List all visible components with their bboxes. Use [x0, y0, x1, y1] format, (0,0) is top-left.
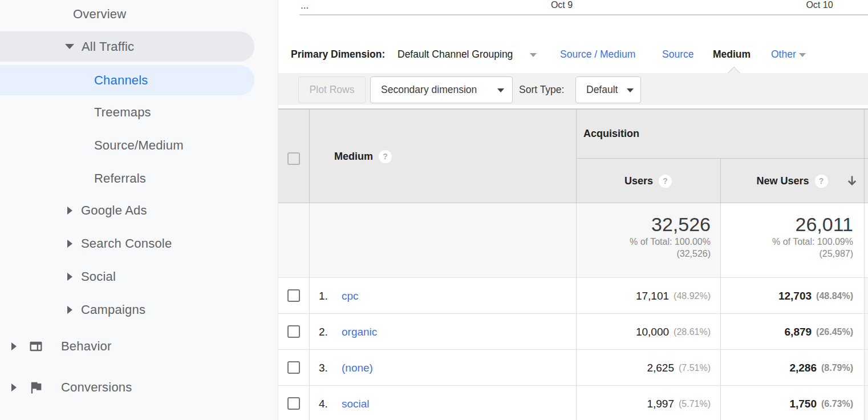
new-users-value: 1,750	[789, 398, 817, 410]
chevron-right-icon	[67, 207, 72, 215]
next-column-sliver	[864, 314, 868, 350]
users-percent: (5.71%)	[679, 399, 711, 409]
row-checkbox[interactable]	[287, 325, 300, 338]
new-users-cell: 1,750 (6.73%)	[720, 386, 864, 420]
sidebar-item-label: Behavior	[61, 339, 111, 354]
tab-other[interactable]: Other	[771, 49, 796, 60]
sort-type-dropdown[interactable]: Default	[575, 76, 641, 103]
users-total-value: 32,526	[576, 213, 711, 236]
sidebar-item-overview[interactable]: Overview	[0, 0, 254, 29]
analytics-screen: Overview All Traffic Channels Treemaps S…	[0, 0, 868, 420]
new-users-percent: (26.45%)	[816, 327, 853, 337]
table-row: 2. organic 10,000 (28.61%) 6,879 (26.45%…	[278, 313, 868, 349]
medium-link[interactable]: organic	[342, 326, 377, 338]
row-number: 2.	[319, 326, 334, 338]
plot-rows-button[interactable]: Plot Rows	[298, 76, 366, 103]
tab-source[interactable]: Source	[662, 49, 693, 60]
sidebar-item-all-traffic[interactable]: All Traffic	[0, 31, 254, 62]
users-percent: (7.51%)	[679, 363, 711, 373]
new-users-total-cell: 26,011 % of Total: 100.09% (25,987)	[720, 203, 864, 277]
users-value: 1,997	[647, 398, 674, 410]
tab-source-medium[interactable]: Source / Medium	[560, 49, 635, 60]
sidebar-item-label: Channels	[94, 73, 148, 88]
new-users-value: 12,703	[778, 290, 812, 302]
sidebar-item-label: Campaigns	[81, 302, 145, 317]
next-column-sliver	[864, 386, 868, 420]
sidebar-item-label: Search Console	[81, 236, 172, 251]
help-icon[interactable]: ?	[379, 150, 392, 163]
users-cell: 1,997 (5.71%)	[576, 386, 720, 420]
dimension-caret-icon[interactable]	[530, 53, 537, 57]
medium-link[interactable]: social	[342, 398, 370, 410]
acquisition-group-header: Acquisition	[583, 128, 639, 140]
axis-tick-oct-10: Oct 10	[801, 0, 838, 10]
row-checkbox[interactable]	[287, 397, 300, 410]
users-value: 17,101	[636, 290, 669, 302]
medium-column-header[interactable]: Medium	[334, 151, 373, 163]
medium-link[interactable]: cpc	[342, 290, 359, 302]
users-cell: 2,625 (7.51%)	[576, 350, 720, 386]
sidebar-item-label: Google Ads	[81, 203, 147, 218]
users-total-abs: (32,526)	[576, 248, 711, 260]
tab-medium-active[interactable]: Medium	[713, 49, 751, 60]
next-column-sliver	[864, 350, 868, 386]
new-users-column-header[interactable]: New Users	[756, 175, 809, 187]
new-users-value: 2,286	[789, 362, 817, 374]
help-icon[interactable]: ?	[815, 175, 828, 188]
users-value: 2,625	[647, 362, 674, 374]
sidebar-item-behavior[interactable]: Behavior	[0, 332, 254, 361]
sidebar-item-label: All Traffic	[82, 39, 134, 54]
dropdown-caret-icon	[497, 88, 504, 92]
select-all-checkbox[interactable]	[287, 152, 300, 165]
sidebar-item-social[interactable]: Social	[0, 262, 254, 292]
sidebar-item-google-ads[interactable]: Google Ads	[0, 196, 254, 225]
users-total-pct: % of Total: 100.00%	[576, 236, 711, 248]
sidebar-item-campaigns[interactable]: Campaigns	[0, 295, 254, 325]
sidebar-item-label: Referrals	[94, 171, 146, 186]
new-users-cell: 2,286 (8.79%)	[720, 350, 864, 386]
sort-descending-icon[interactable]	[845, 173, 859, 191]
table-header: Medium ? Acquisition Users ? New Users ?	[278, 110, 868, 203]
sidebar-item-source-medium[interactable]: Source/Medium	[0, 131, 254, 160]
users-total-cell: 32,526 % of Total: 100.00% (32,526)	[576, 203, 720, 277]
chevron-right-icon	[67, 240, 72, 248]
users-cell: 17,101 (48.92%)	[576, 278, 720, 314]
row-checkbox[interactable]	[287, 361, 300, 374]
new-users-percent: (48.84%)	[816, 291, 853, 301]
data-table: Medium ? Acquisition Users ? New Users ?	[278, 108, 868, 420]
sort-type-label: Sort Type:	[519, 84, 564, 96]
chevron-right-icon	[11, 342, 17, 350]
sidebar-item-channels[interactable]: Channels	[0, 65, 254, 95]
toolbar	[278, 73, 868, 105]
sort-type-value: Default	[586, 84, 618, 96]
next-column-sliver	[864, 203, 868, 277]
chevron-right-icon	[11, 383, 17, 391]
sidebar-item-conversions[interactable]: Conversions	[0, 373, 254, 402]
sidebar-item-label: Source/Medium	[94, 138, 184, 153]
sidebar-item-search-console[interactable]: Search Console	[0, 229, 254, 259]
flag-icon	[28, 379, 44, 395]
row-checkbox[interactable]	[287, 289, 300, 302]
sidebar: Overview All Traffic Channels Treemaps S…	[0, 0, 278, 420]
users-percent: (48.92%)	[674, 291, 711, 301]
secondary-dimension-label: Secondary dimension	[381, 84, 477, 96]
table-row: 3. (none) 2,625 (7.51%) 2,286 (8.79%)	[278, 349, 868, 385]
medium-link[interactable]: (none)	[342, 362, 373, 374]
chevron-right-icon	[67, 306, 72, 314]
sidebar-item-referrals[interactable]: Referrals	[0, 164, 254, 193]
new-users-total-value: 26,011	[720, 213, 853, 236]
sidebar-item-label: Overview	[73, 7, 126, 22]
other-caret-icon[interactable]	[799, 53, 806, 57]
sidebar-item-treemaps[interactable]: Treemaps	[0, 98, 254, 127]
selected-dimension[interactable]: Default Channel Grouping	[398, 49, 513, 60]
new-users-total-pct: % of Total: 100.09%	[720, 236, 853, 248]
help-icon[interactable]: ?	[659, 175, 672, 188]
table-row: 1. cpc 17,101 (48.92%) 12,703 (48.84%)	[278, 277, 868, 313]
new-users-percent: (8.79%)	[821, 363, 853, 373]
sidebar-item-label: Social	[81, 269, 116, 284]
chevron-right-icon	[67, 273, 72, 281]
new-users-cell: 6,879 (26.45%)	[720, 314, 864, 350]
chevron-down-icon	[65, 44, 74, 49]
users-column-header[interactable]: Users	[624, 175, 653, 187]
secondary-dimension-button[interactable]: Secondary dimension	[370, 76, 513, 103]
